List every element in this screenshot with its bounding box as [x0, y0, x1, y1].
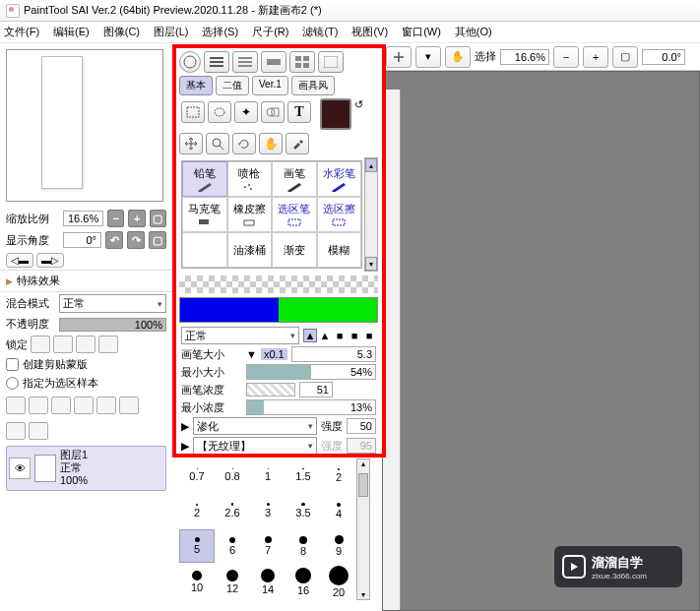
add-mask-icon[interactable] [74, 397, 94, 414]
eyedropper-icon[interactable] [286, 133, 309, 154]
brush-scrollbar[interactable]: ▴ ▾ [364, 157, 378, 272]
brush-empty[interactable] [182, 232, 227, 268]
visibility-icon[interactable]: 👁 [9, 458, 31, 479]
dot-0-2[interactable]: 1 [250, 458, 286, 492]
zoom-icon[interactable] [206, 133, 229, 154]
blend-mode-select[interactable]: 正常 [59, 294, 166, 313]
texture-expander-icon[interactable]: ▶ [181, 440, 189, 453]
swap-colors-icon[interactable]: ↺ [354, 98, 363, 111]
stabilizer-icon[interactable] [386, 46, 412, 68]
hand-icon[interactable]: ✋ [445, 46, 471, 68]
size-value[interactable]: 5.3 [291, 346, 376, 362]
flip-h-icon[interactable]: ◁▬ [6, 253, 33, 268]
zoom-in-icon[interactable]: + [583, 46, 608, 68]
dot-0-4[interactable]: 2 [321, 458, 356, 492]
blend-expander-icon[interactable]: ▶ [181, 420, 189, 433]
flip-v-icon[interactable]: ▬▷ [36, 253, 64, 268]
tip-sq2-icon[interactable]: ■ [348, 329, 361, 342]
scratchpad-icon[interactable] [318, 51, 344, 73]
dot-1-0[interactable]: 2 [179, 494, 215, 527]
menu-ruler[interactable]: 尺子(R) [252, 25, 288, 39]
menu-layer[interactable]: 图层(L) [154, 25, 188, 39]
dot-1-3[interactable]: 3.5 [286, 494, 321, 527]
canvas-area[interactable] [382, 71, 700, 611]
menu-window[interactable]: 窗口(W) [402, 25, 441, 39]
menu-view[interactable]: 视图(V) [351, 25, 388, 39]
lock-alpha-icon[interactable] [98, 336, 118, 353]
texture-select[interactable]: 【无纹理】 [193, 437, 317, 455]
new-folder-icon[interactable] [51, 397, 71, 414]
brush-eraser[interactable]: 橡皮擦 [227, 197, 273, 232]
zoom-field[interactable]: 16.6% [500, 49, 549, 65]
tab-base[interactable]: 基本 [179, 76, 213, 95]
clear-icon[interactable] [6, 422, 26, 440]
lock-all-icon[interactable] [31, 336, 50, 353]
density-value[interactable]: 51 [299, 382, 333, 397]
dot-3-0[interactable]: 10 [179, 565, 215, 598]
hand-tool-icon[interactable]: ✋ [259, 133, 283, 154]
dot-1-4[interactable]: 4 [321, 494, 356, 527]
brush-seleraser[interactable]: 选区擦 [317, 197, 362, 232]
size-mult[interactable]: x0.1 [261, 348, 287, 360]
dot-0-1[interactable]: 0.8 [215, 458, 250, 492]
tab-ver1[interactable]: Ver.1 [252, 76, 288, 95]
color-wheel-icon[interactable] [179, 51, 201, 73]
tab-style[interactable]: 画具风 [291, 76, 335, 95]
scroll-down-icon[interactable]: ▾ [365, 257, 377, 271]
zoom-out-btn[interactable]: − [107, 210, 124, 227]
dot-2-3[interactable]: 8 [286, 529, 321, 563]
delete-icon[interactable] [29, 422, 48, 440]
angle-field[interactable]: 0.0° [642, 49, 685, 65]
layer-item[interactable]: 👁 图层1 正常 100% [6, 446, 166, 491]
dot-2-4[interactable]: 9 [321, 529, 356, 563]
merge-icon[interactable] [119, 397, 139, 414]
tip-tri2-icon[interactable]: ▲ [318, 329, 332, 342]
tip-sq1-icon[interactable]: ■ [333, 329, 347, 342]
tab-binary[interactable]: 二值 [216, 76, 249, 95]
lasso-icon[interactable] [208, 101, 231, 123]
text-icon[interactable]: T [287, 101, 311, 123]
fit-icon[interactable]: ▢ [612, 46, 638, 68]
blend-str-value[interactable]: 50 [347, 418, 376, 434]
navigator[interactable] [6, 49, 163, 202]
rotate-value[interactable]: 0° [63, 232, 101, 248]
brush-marker[interactable]: 马克笔 [182, 197, 227, 232]
new-layer-icon[interactable] [6, 397, 26, 414]
shape-icon[interactable] [261, 101, 285, 123]
dot-1-2[interactable]: 3 [250, 494, 286, 527]
swatches-icon[interactable] [289, 51, 315, 73]
tip-sq3-icon[interactable]: ■ [362, 329, 376, 342]
rotate-reset-btn[interactable]: ▢ [149, 231, 166, 249]
selection-sample-radio[interactable] [6, 377, 19, 390]
opacity-slider[interactable]: 100% [59, 318, 166, 332]
menu-file[interactable]: 文件(F) [4, 25, 39, 39]
dot-2-0[interactable]: 5 [179, 529, 215, 563]
tip-tri1-icon[interactable]: ▲ [303, 329, 317, 342]
brush-airbrush[interactable]: 喷枪 [227, 161, 273, 197]
brush-pencil[interactable]: 铅笔 [182, 161, 227, 197]
dot-0-3[interactable]: 1.5 [286, 458, 321, 492]
dot-3-3[interactable]: 16 [286, 565, 321, 598]
zoom-value[interactable]: 16.6% [63, 211, 103, 226]
minsize-slider[interactable]: 54% [246, 364, 376, 380]
lock-pixel-icon[interactable] [53, 336, 73, 353]
brush-watercolor[interactable]: 水彩笔 [317, 161, 362, 197]
brush-bucket[interactable]: 油漆桶 [227, 232, 273, 268]
dot-1-1[interactable]: 2.6 [215, 494, 250, 527]
zoom-in-btn[interactable]: + [128, 210, 145, 227]
rgb-slider-icon[interactable] [204, 51, 229, 73]
dot-2-2[interactable]: 7 [250, 529, 286, 563]
lock-pos-icon[interactable] [76, 336, 95, 353]
dropdown-icon[interactable]: ▾ [415, 46, 441, 68]
color-swatch[interactable] [320, 98, 351, 130]
rect-select-icon[interactable] [181, 101, 205, 123]
menu-select[interactable]: 选择(S) [202, 25, 238, 39]
blend-select[interactable]: 渗化 [193, 417, 317, 435]
mindens-slider[interactable]: 13% [246, 399, 376, 415]
clip-mask-checkbox[interactable] [6, 358, 19, 371]
zoom-reset-btn[interactable]: ▢ [150, 210, 166, 227]
rotate-icon[interactable] [232, 133, 256, 154]
rotate-ccw-btn[interactable]: ↶ [105, 231, 123, 249]
dot-scrollbar[interactable] [356, 458, 370, 600]
scroll-up-icon[interactable]: ▴ [365, 158, 377, 172]
